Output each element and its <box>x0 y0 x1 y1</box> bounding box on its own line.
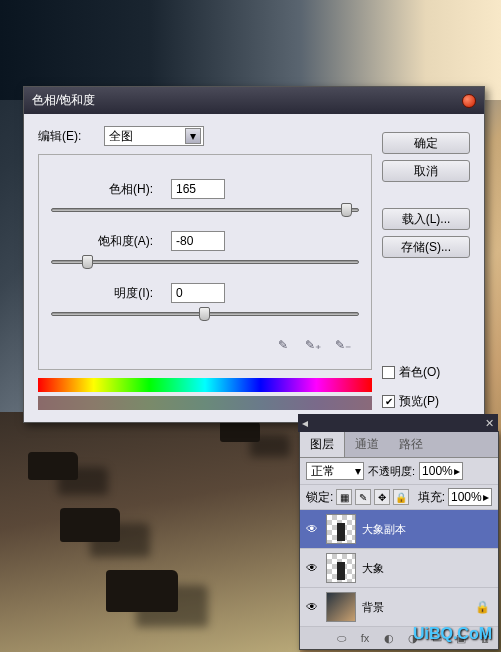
visibility-icon[interactable]: 👁 <box>304 522 320 536</box>
preview-checkbox[interactable]: ✔ <box>382 395 395 408</box>
colorize-label: 着色(O) <box>399 364 440 381</box>
edit-row: 编辑(E): 全图 ▾ <box>38 126 372 146</box>
lock-all-icon[interactable]: 🔒 <box>393 489 409 505</box>
slider-rail <box>51 208 359 212</box>
hue-label: 色相(H): <box>51 181 163 198</box>
opacity-label: 不透明度: <box>368 464 415 479</box>
tab-layers[interactable]: 图层 <box>300 432 345 457</box>
watermark-text: UiBQ.CoM <box>413 625 492 643</box>
chevron-right-icon: ▸ <box>454 464 460 478</box>
edit-label: 编辑(E): <box>38 128 98 145</box>
layer-row[interactable]: 👁 背景 🔒 <box>300 588 498 627</box>
fill-label: 填充: <box>418 489 445 506</box>
lock-row: 锁定: ▦ ✎ ✥ 🔒 填充: 100%▸ <box>300 485 498 510</box>
load-button[interactable]: 载入(L)... <box>382 208 470 230</box>
preview-label: 预览(P) <box>399 393 439 410</box>
lightness-slider[interactable] <box>51 307 359 321</box>
close-icon[interactable] <box>462 94 476 108</box>
hue-input[interactable] <box>171 179 225 199</box>
eyedropper-plus-icon[interactable]: ✎₊ <box>303 335 323 355</box>
lock-move-icon[interactable]: ✥ <box>374 489 390 505</box>
lock-brush-icon[interactable]: ✎ <box>355 489 371 505</box>
layers-panel: ◂ ✕ 图层 通道 路径 正常 ▾ 不透明度: 100%▸ 锁定: ▦ ✎ ✥ … <box>299 431 499 650</box>
panel-header-bar[interactable]: ◂ ✕ <box>298 414 498 432</box>
blend-mode-select[interactable]: 正常 ▾ <box>306 462 364 480</box>
preview-row: ✔ 预览(P) <box>382 393 470 410</box>
hue-saturation-dialog: 色相/饱和度 编辑(E): 全图 ▾ 色相(H): <box>23 86 485 423</box>
car-shape <box>28 452 78 480</box>
lightness-input[interactable] <box>171 283 225 303</box>
saturation-slider[interactable] <box>51 255 359 269</box>
result-spectrum-bar <box>38 396 372 410</box>
lock-transparency-icon[interactable]: ▦ <box>336 489 352 505</box>
ok-button[interactable]: 确定 <box>382 132 470 154</box>
panel-menu-icon[interactable]: ◂ <box>302 416 308 430</box>
dialog-titlebar[interactable]: 色相/饱和度 <box>24 87 484 114</box>
layer-thumbnail[interactable] <box>326 514 356 544</box>
slider-thumb[interactable] <box>199 307 210 321</box>
car-shape <box>220 420 260 442</box>
save-button[interactable]: 存储(S)... <box>382 236 470 258</box>
visibility-icon[interactable]: 👁 <box>304 600 320 614</box>
close-icon[interactable]: ✕ <box>485 417 494 430</box>
hue-spectrum-bar <box>38 378 372 392</box>
panel-tabs: 图层 通道 路径 <box>300 432 498 458</box>
blend-row: 正常 ▾ 不透明度: 100%▸ <box>300 458 498 485</box>
layer-row[interactable]: 👁 大象副本 <box>300 510 498 549</box>
dialog-right-column: 确定 取消 载入(L)... 存储(S)... 着色(O) ✔ 预览(P) <box>382 126 470 410</box>
fill-input[interactable]: 100%▸ <box>448 488 492 506</box>
fx-icon[interactable]: fx <box>356 630 374 646</box>
dialog-title: 色相/饱和度 <box>32 92 95 109</box>
layer-thumbnail[interactable] <box>326 592 356 622</box>
edit-select-value: 全图 <box>109 128 133 145</box>
slider-thumb[interactable] <box>82 255 93 269</box>
slider-rail <box>51 260 359 264</box>
saturation-input[interactable] <box>171 231 225 251</box>
lock-label: 锁定: <box>306 489 333 506</box>
background-road <box>0 412 300 652</box>
lightness-label: 明度(I): <box>51 285 163 302</box>
layer-row[interactable]: 👁 大象 <box>300 549 498 588</box>
visibility-icon[interactable]: 👁 <box>304 561 320 575</box>
opacity-input[interactable]: 100%▸ <box>419 462 463 480</box>
colorize-row: 着色(O) <box>382 364 470 381</box>
hue-group: 色相(H): <box>51 179 359 217</box>
layer-name: 大象 <box>362 561 384 576</box>
eyedropper-minus-icon[interactable]: ✎₋ <box>333 335 353 355</box>
background-sky <box>0 0 501 100</box>
chevron-right-icon: ▸ <box>483 490 489 504</box>
saturation-label: 饱和度(A): <box>51 233 163 250</box>
hue-slider[interactable] <box>51 203 359 217</box>
saturation-group: 饱和度(A): <box>51 231 359 269</box>
mask-icon[interactable]: ◐ <box>380 630 398 646</box>
dialog-left-column: 编辑(E): 全图 ▾ 色相(H): <box>38 126 372 410</box>
layer-name: 大象副本 <box>362 522 406 537</box>
edit-select[interactable]: 全图 ▾ <box>104 126 204 146</box>
tab-paths[interactable]: 路径 <box>389 432 433 457</box>
car-shape <box>106 570 178 612</box>
chevron-down-icon: ▾ <box>185 128 201 144</box>
eyedropper-row: ✎ ✎₊ ✎₋ <box>51 335 359 355</box>
colorize-checkbox[interactable] <box>382 366 395 379</box>
car-shape <box>60 508 120 542</box>
lock-icon: 🔒 <box>475 600 490 614</box>
link-icon[interactable]: ⬭ <box>332 630 350 646</box>
chevron-down-icon: ▾ <box>355 464 361 478</box>
slider-thumb[interactable] <box>341 203 352 217</box>
lightness-group: 明度(I): <box>51 283 359 321</box>
layer-name: 背景 <box>362 600 384 615</box>
sliders-fieldset: 色相(H): 饱和度(A): <box>38 154 372 370</box>
cancel-button[interactable]: 取消 <box>382 160 470 182</box>
tab-channels[interactable]: 通道 <box>345 432 389 457</box>
eyedropper-icon[interactable]: ✎ <box>273 335 293 355</box>
layer-thumbnail[interactable] <box>326 553 356 583</box>
dialog-body: 编辑(E): 全图 ▾ 色相(H): <box>24 114 484 422</box>
